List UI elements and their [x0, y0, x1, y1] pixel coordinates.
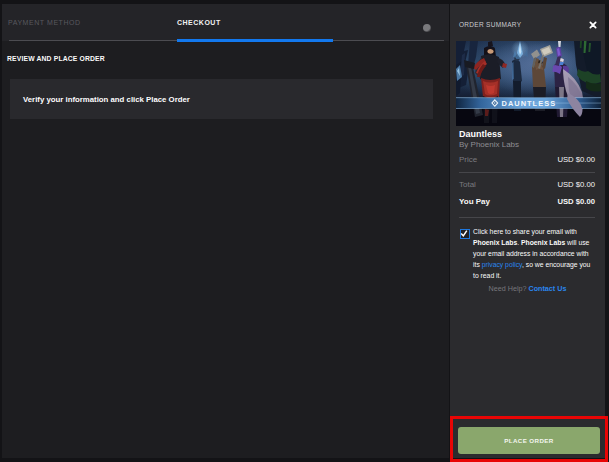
svg-text:DAUNTLESS: DAUNTLESS: [502, 99, 557, 108]
